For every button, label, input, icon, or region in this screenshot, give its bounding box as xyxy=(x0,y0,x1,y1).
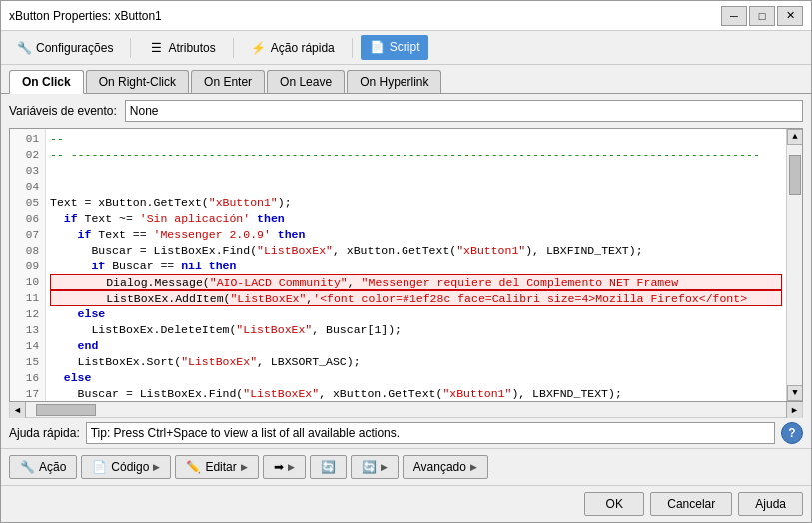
code-line-14: end xyxy=(50,338,782,354)
close-button[interactable]: ✕ xyxy=(777,6,803,26)
help-icon-button[interactable]: ? xyxy=(781,422,803,444)
arrow-icon: ➡ xyxy=(274,460,284,474)
line-num-13: 13 xyxy=(10,322,45,338)
editar-label: Editar xyxy=(205,460,236,474)
scroll-track[interactable] xyxy=(787,145,802,385)
code-line-7: if Text == 'Messenger 2.0.9' then xyxy=(50,227,782,243)
refresh-icon: 🔄 xyxy=(321,460,336,474)
tab-on-hyperlink[interactable]: On Hyperlink xyxy=(347,70,441,93)
line-num-2: 02 xyxy=(10,147,45,163)
code-line-2: -- -------------------------------------… xyxy=(50,147,782,163)
arrow-dropdown: ▶ xyxy=(288,462,295,472)
codigo-button[interactable]: 📄 Código ▶ xyxy=(81,455,171,479)
line-num-5: 05 xyxy=(10,195,45,211)
tab-on-enter[interactable]: On Enter xyxy=(191,70,265,93)
line-num-14: 14 xyxy=(10,338,45,354)
refresh-button[interactable]: 🔄 xyxy=(310,455,347,479)
title-controls: ─ □ ✕ xyxy=(721,6,803,26)
toolbar-atributos[interactable]: ☰ Atributos xyxy=(139,36,224,60)
avancado-arrow: ▶ xyxy=(470,462,477,472)
toolbar-sep-3 xyxy=(352,38,353,58)
code-line-17: Buscar = ListBoxEx.Find("ListBoxEx", xBu… xyxy=(50,386,782,401)
line-num-7: 07 xyxy=(10,227,45,243)
wrench-icon-2: 🔧 xyxy=(20,460,35,474)
toolbar-script-label: Script xyxy=(390,40,420,54)
avancado-button[interactable]: Avançado ▶ xyxy=(403,455,488,479)
toolbar-configuracoes[interactable]: 🔧 Configurações xyxy=(7,36,122,60)
tabs-container: On Click On Right-Click On Enter On Leav… xyxy=(1,65,811,94)
code-line-4 xyxy=(50,179,782,195)
tab-on-click[interactable]: On Click xyxy=(9,70,84,94)
acao-button[interactable]: 🔧 Ação xyxy=(9,455,77,479)
toolbar-acao-rapida[interactable]: ⚡ Ação rápida xyxy=(242,36,344,60)
line-num-3: 03 xyxy=(10,163,45,179)
footer-row: OK Cancelar Ajuda xyxy=(1,485,811,522)
toolbar-sep-1 xyxy=(130,38,131,58)
title-bar: xButton Properties: xButton1 ─ □ ✕ xyxy=(1,1,811,31)
refresh-arrow: ▶ xyxy=(381,462,388,472)
event-vars-row: Variáveis de evento: xyxy=(1,94,811,128)
line-num-10: 10 xyxy=(10,274,45,290)
line-num-15: 15 xyxy=(10,354,45,370)
code-line-5: Text = xButton.GetText("xButton1"); xyxy=(50,195,782,211)
toolbar-atributos-label: Atributos xyxy=(168,41,215,55)
code-line-8: Buscar = ListBoxEx.Find("ListBoxEx", xBu… xyxy=(50,243,782,259)
ok-button[interactable]: OK xyxy=(584,492,644,516)
code-line-10: Dialog.Message("AIO-LACD Community", "Me… xyxy=(50,274,782,290)
code-area: 01 02 03 04 05 06 07 08 09 10 11 12 13 1… xyxy=(9,128,803,402)
scroll-left-btn[interactable]: ◄ xyxy=(10,402,26,418)
line-num-17: 17 xyxy=(10,386,45,401)
code-line-12: else xyxy=(50,306,782,322)
line-num-11: 11 xyxy=(10,290,45,306)
lightning-icon: ⚡ xyxy=(251,40,267,56)
main-toolbar: 🔧 Configurações ☰ Atributos ⚡ Ação rápid… xyxy=(1,31,811,65)
help-button[interactable]: Ajuda xyxy=(738,492,803,516)
window-title: xButton Properties: xButton1 xyxy=(9,9,162,23)
code-line-9: if Buscar == nil then xyxy=(50,259,782,274)
acao-label: Ação xyxy=(39,460,66,474)
editar-arrow: ▶ xyxy=(241,462,248,472)
horizontal-scrollbar[interactable]: ◄ ► xyxy=(9,402,803,418)
code-line-11: ListBoxEx.AddItem("ListBoxEx",'<font col… xyxy=(50,290,782,306)
tab-on-right-click[interactable]: On Right-Click xyxy=(86,70,189,93)
bottom-toolbar: 🔧 Ação 📄 Código ▶ ✏️ Editar ▶ ➡ ▶ 🔄 🔄 ▶ … xyxy=(1,448,811,485)
minimize-button[interactable]: ─ xyxy=(721,6,747,26)
codigo-label: Código xyxy=(111,460,149,474)
scroll-thumb[interactable] xyxy=(789,155,801,195)
toolbar-configuracoes-label: Configurações xyxy=(36,41,113,55)
scroll-up-btn[interactable]: ▲ xyxy=(787,129,803,145)
code-line-15: ListBoxEx.Sort("ListBoxEx", LBXSORT_ASC)… xyxy=(50,354,782,370)
quick-help-row: Ajuda rápida: ? xyxy=(1,418,811,448)
code-line-6: if Text ~= 'Sin aplicación' then xyxy=(50,211,782,227)
cancel-button[interactable]: Cancelar xyxy=(650,492,732,516)
edit-icon: ✏️ xyxy=(186,460,201,474)
code-line-1: -- xyxy=(50,131,782,147)
toolbar-script[interactable]: 📄 Script xyxy=(361,35,429,60)
line-num-16: 16 xyxy=(10,370,45,386)
codigo-arrow: ▶ xyxy=(153,462,160,472)
line-num-8: 08 xyxy=(10,243,45,259)
vertical-scrollbar[interactable]: ▲ ▼ xyxy=(786,129,802,401)
toolbar-sep-2 xyxy=(233,38,234,58)
event-vars-label: Variáveis de evento: xyxy=(9,104,117,118)
line-num-9: 09 xyxy=(10,259,45,274)
avancado-label: Avançado xyxy=(413,460,466,474)
line-num-6: 06 xyxy=(10,211,45,227)
line-num-1: 01 xyxy=(10,131,45,147)
refresh-button-2[interactable]: 🔄 ▶ xyxy=(351,455,399,479)
line-numbers: 01 02 03 04 05 06 07 08 09 10 11 12 13 1… xyxy=(10,129,46,401)
arrow-button[interactable]: ➡ ▶ xyxy=(263,455,306,479)
tab-on-leave[interactable]: On Leave xyxy=(267,70,345,93)
refresh-icon-2: 🔄 xyxy=(362,460,377,474)
h-scroll-track[interactable] xyxy=(26,402,786,417)
maximize-button[interactable]: □ xyxy=(749,6,775,26)
code-content[interactable]: -- -- ----------------------------------… xyxy=(46,129,786,401)
scroll-right-btn[interactable]: ► xyxy=(786,402,802,418)
quick-help-input[interactable] xyxy=(86,422,775,444)
editar-button[interactable]: ✏️ Editar ▶ xyxy=(175,455,258,479)
h-scroll-thumb[interactable] xyxy=(36,404,96,416)
event-vars-input[interactable] xyxy=(125,100,803,122)
line-num-12: 12 xyxy=(10,306,45,322)
code-icon: 📄 xyxy=(370,39,386,55)
scroll-down-btn[interactable]: ▼ xyxy=(787,385,803,401)
